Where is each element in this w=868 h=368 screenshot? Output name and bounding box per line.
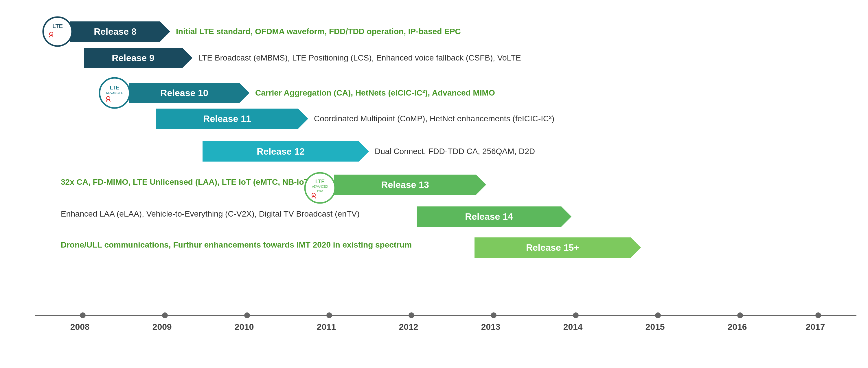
svg-text:ADVANCED: ADVANCED bbox=[312, 185, 328, 188]
timeline-label-2014: 2014 bbox=[563, 322, 583, 332]
svg-point-0 bbox=[43, 17, 72, 46]
timeline-label-2017: 2017 bbox=[806, 322, 825, 332]
release-14-badge: Release 14 bbox=[416, 206, 561, 227]
timeline-label-2015: 2015 bbox=[646, 322, 665, 332]
release-10-row: LTE ADVANCED Release 10 Carrier Aggregat… bbox=[98, 77, 495, 109]
release-8-badge: Release 8 bbox=[70, 22, 160, 42]
timeline-dot-2017 bbox=[815, 312, 821, 318]
timeline-axis: 2008 2009 2010 2011 2012 2013 2014 2015 … bbox=[35, 315, 857, 316]
timeline-label-2008: 2008 bbox=[70, 322, 90, 332]
release-8-row: LTE Release 8 Initial LTE standard, OFDM… bbox=[42, 16, 461, 47]
lte-advanced-logo: LTE ADVANCED bbox=[98, 77, 131, 109]
release-12-row: Release 12 Dual Connect, FDD-TDD CA, 256… bbox=[203, 141, 535, 162]
svg-text:LTE: LTE bbox=[315, 179, 325, 185]
timeline-label-2012: 2012 bbox=[399, 322, 418, 332]
release-11-description: Coordinated Multipoint (CoMP), HetNet en… bbox=[314, 114, 554, 123]
svg-text:PRO: PRO bbox=[317, 189, 323, 192]
timeline-label-2011: 2011 bbox=[317, 322, 336, 332]
release-13-badge: Release 13 bbox=[334, 175, 476, 195]
release-12-description: Dual Connect, FDD-TDD CA, 256QAM, D2D bbox=[375, 147, 535, 156]
timeline-dot-2015 bbox=[655, 312, 661, 318]
timeline-dot-2011 bbox=[327, 312, 332, 318]
release-11-row: Release 11 Coordinated Multipoint (CoMP)… bbox=[156, 109, 554, 129]
svg-text:LTE: LTE bbox=[110, 85, 120, 91]
release-14-description: Enhanced LAA (eLAA), Vehicle-to-Everythi… bbox=[61, 209, 360, 219]
svg-text:ADVANCED: ADVANCED bbox=[106, 91, 123, 95]
timeline-label-2010: 2010 bbox=[235, 322, 254, 332]
release-15-badge: Release 15+ bbox=[474, 237, 631, 258]
timeline-dot-2008 bbox=[80, 312, 86, 318]
timeline-dot-2009 bbox=[162, 312, 168, 318]
lte-advanced-pro-logo: LTE ADVANCED PRO bbox=[304, 172, 336, 204]
svg-text:LTE: LTE bbox=[52, 23, 63, 29]
release-12-badge: Release 12 bbox=[203, 141, 359, 162]
timeline-label-2009: 2009 bbox=[153, 322, 172, 332]
timeline-dot-2016 bbox=[737, 312, 743, 318]
timeline-label-2016: 2016 bbox=[728, 322, 747, 332]
release-13-description: 32x CA, FD-MIMO, LTE Unlicensed (LAA), L… bbox=[61, 177, 312, 187]
release-9-badge: Release 9 bbox=[84, 48, 182, 68]
release-11-badge: Release 11 bbox=[156, 109, 298, 129]
release-15-description: Drone/ULL communications, Furthur enhanc… bbox=[61, 240, 412, 250]
timeline-dot-2014 bbox=[573, 312, 579, 318]
timeline-dot-2013 bbox=[491, 312, 496, 318]
release-9-description: LTE Broadcast (eMBMS), LTE Positioning (… bbox=[198, 53, 521, 62]
main-container: LTE Release 8 Initial LTE standard, OFDM… bbox=[0, 0, 868, 368]
lte-basic-logo: LTE bbox=[42, 16, 73, 47]
timeline-dot-2010 bbox=[244, 312, 250, 318]
timeline-label-2013: 2013 bbox=[481, 322, 500, 332]
release-10-description: Carrier Aggregation (CA), HetNets (eICIC… bbox=[255, 88, 495, 97]
release-8-description: Initial LTE standard, OFDMA waveform, FD… bbox=[176, 27, 461, 36]
release-9-row: Release 9 LTE Broadcast (eMBMS), LTE Pos… bbox=[84, 48, 521, 68]
timeline-dot-2012 bbox=[408, 312, 414, 318]
release-10-badge: Release 10 bbox=[129, 83, 239, 103]
